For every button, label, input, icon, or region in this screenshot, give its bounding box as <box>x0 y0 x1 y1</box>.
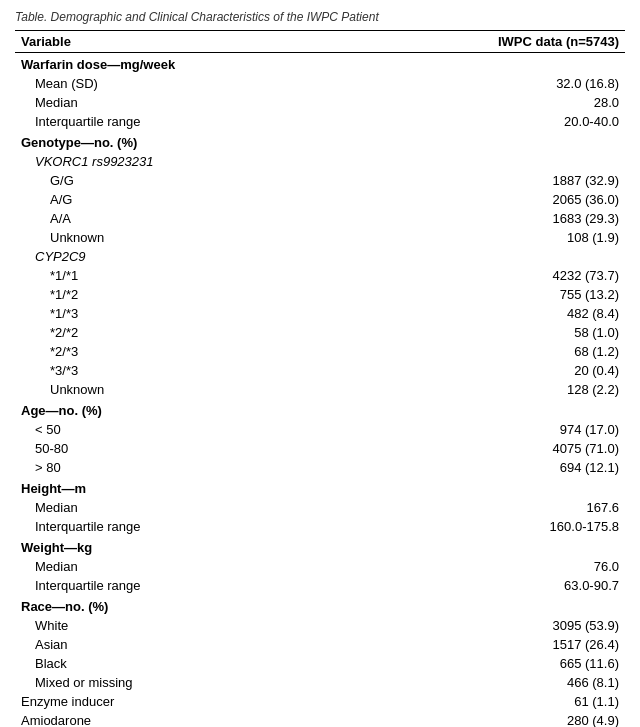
variable-value: 28.0 <box>354 93 625 112</box>
variable-label: Unknown <box>15 380 354 399</box>
variable-value: 167.6 <box>354 498 625 517</box>
table-row: Enzyme inducer61 (1.1) <box>15 692 625 711</box>
table-row: *3/*320 (0.4) <box>15 361 625 380</box>
table-row: *1/*2755 (13.2) <box>15 285 625 304</box>
table-row: Median28.0 <box>15 93 625 112</box>
variable-label: Age—no. (%) <box>15 399 354 420</box>
variable-label: *1/*2 <box>15 285 354 304</box>
variable-label: Median <box>15 498 354 517</box>
variable-value <box>354 595 625 616</box>
table-row: *1/*3482 (8.4) <box>15 304 625 323</box>
col-iwpc: IWPC data (n=5743) <box>354 31 625 53</box>
variable-value <box>354 247 625 266</box>
table-row: A/A1683 (29.3) <box>15 209 625 228</box>
table-row: Unknown128 (2.2) <box>15 380 625 399</box>
variable-value: 665 (11.6) <box>354 654 625 673</box>
variable-label: Warfarin dose—mg/week <box>15 53 354 75</box>
table-row: Amiodarone280 (4.9) <box>15 711 625 727</box>
table-row: Genotype—no. (%) <box>15 131 625 152</box>
variable-value: 974 (17.0) <box>354 420 625 439</box>
variable-label: Black <box>15 654 354 673</box>
table-row: A/G2065 (36.0) <box>15 190 625 209</box>
table-row: Interquartile range20.0-40.0 <box>15 112 625 131</box>
variable-label: Asian <box>15 635 354 654</box>
table-row: Race—no. (%) <box>15 595 625 616</box>
table-row: *1/*14232 (73.7) <box>15 266 625 285</box>
table-row: White3095 (53.9) <box>15 616 625 635</box>
table-row: > 80694 (12.1) <box>15 458 625 477</box>
variable-label: Interquartile range <box>15 576 354 595</box>
variable-label: Height—m <box>15 477 354 498</box>
variable-value: 1517 (26.4) <box>354 635 625 654</box>
variable-value <box>354 399 625 420</box>
table-row: *2/*258 (1.0) <box>15 323 625 342</box>
variable-value: 3095 (53.9) <box>354 616 625 635</box>
variable-value: 466 (8.1) <box>354 673 625 692</box>
variable-label: G/G <box>15 171 354 190</box>
variable-value: 755 (13.2) <box>354 285 625 304</box>
variable-label: *3/*3 <box>15 361 354 380</box>
variable-label: *1/*3 <box>15 304 354 323</box>
variable-value: 1683 (29.3) <box>354 209 625 228</box>
variable-value: 482 (8.4) <box>354 304 625 323</box>
variable-value: 160.0-175.8 <box>354 517 625 536</box>
col-variable: Variable <box>15 31 354 53</box>
variable-label: > 80 <box>15 458 354 477</box>
variable-label: < 50 <box>15 420 354 439</box>
table-row: Warfarin dose—mg/week <box>15 53 625 75</box>
variable-label: Amiodarone <box>15 711 354 727</box>
table-row: *2/*368 (1.2) <box>15 342 625 361</box>
table-row: Height—m <box>15 477 625 498</box>
variable-label: *2/*3 <box>15 342 354 361</box>
variable-label: *1/*1 <box>15 266 354 285</box>
variable-label: Median <box>15 557 354 576</box>
table-row: < 50974 (17.0) <box>15 420 625 439</box>
variable-label: Genotype—no. (%) <box>15 131 354 152</box>
variable-value: 20 (0.4) <box>354 361 625 380</box>
variable-label: Mean (SD) <box>15 74 354 93</box>
variable-label: Interquartile range <box>15 112 354 131</box>
variable-value: 58 (1.0) <box>354 323 625 342</box>
variable-value: 280 (4.9) <box>354 711 625 727</box>
table-row: VKORC1 rs9923231 <box>15 152 625 171</box>
variable-value <box>354 152 625 171</box>
variable-value: 68 (1.2) <box>354 342 625 361</box>
variable-label: A/G <box>15 190 354 209</box>
variable-label: Median <box>15 93 354 112</box>
variable-label: 50-80 <box>15 439 354 458</box>
variable-label: Race—no. (%) <box>15 595 354 616</box>
variable-label: VKORC1 rs9923231 <box>15 152 354 171</box>
variable-value: 128 (2.2) <box>354 380 625 399</box>
variable-value <box>354 131 625 152</box>
page-title: Table. Demographic and Clinical Characte… <box>15 10 625 24</box>
table-row: Unknown108 (1.9) <box>15 228 625 247</box>
variable-value: 4232 (73.7) <box>354 266 625 285</box>
table-row: CYP2C9 <box>15 247 625 266</box>
variable-value: 2065 (36.0) <box>354 190 625 209</box>
table-row: Interquartile range160.0-175.8 <box>15 517 625 536</box>
variable-label: CYP2C9 <box>15 247 354 266</box>
table-row: Black665 (11.6) <box>15 654 625 673</box>
table-row: Mean (SD)32.0 (16.8) <box>15 74 625 93</box>
variable-value <box>354 536 625 557</box>
variable-value <box>354 53 625 75</box>
table-row: Weight—kg <box>15 536 625 557</box>
table-row: Asian1517 (26.4) <box>15 635 625 654</box>
variable-value: 32.0 (16.8) <box>354 74 625 93</box>
variable-label: Interquartile range <box>15 517 354 536</box>
table-row: Median167.6 <box>15 498 625 517</box>
variable-label: White <box>15 616 354 635</box>
variable-value: 4075 (71.0) <box>354 439 625 458</box>
variable-label: Unknown <box>15 228 354 247</box>
variable-value: 76.0 <box>354 557 625 576</box>
variable-label: *2/*2 <box>15 323 354 342</box>
variable-value <box>354 477 625 498</box>
table-row: Interquartile range63.0-90.7 <box>15 576 625 595</box>
variable-value: 20.0-40.0 <box>354 112 625 131</box>
table-row: Median76.0 <box>15 557 625 576</box>
table-row: 50-804075 (71.0) <box>15 439 625 458</box>
variable-label: Enzyme inducer <box>15 692 354 711</box>
variable-value: 108 (1.9) <box>354 228 625 247</box>
variable-value: 61 (1.1) <box>354 692 625 711</box>
table-row: Mixed or missing466 (8.1) <box>15 673 625 692</box>
